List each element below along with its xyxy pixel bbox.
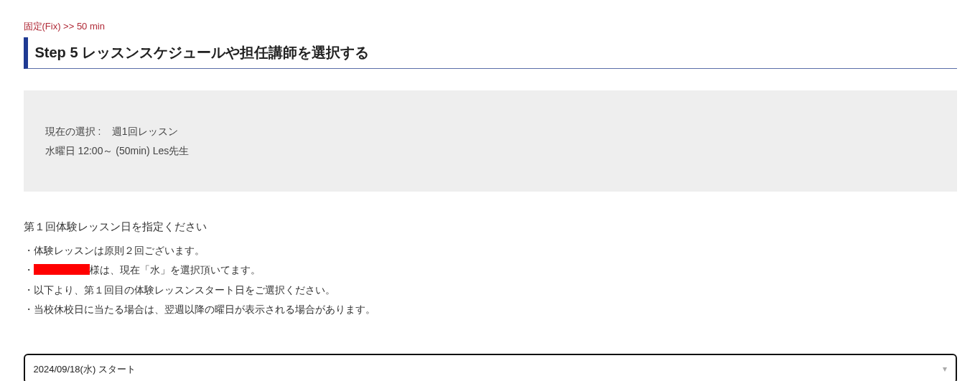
step-title: Step 5 レッスンスケジュールや担任講師を選択する [24,37,957,69]
note-4: 当校休校日に当たる場合は、翌週以降の曜日が表示される場合があります。 [24,300,957,319]
current-selection-slot: 水曜日 12:00～ (50min) Les先生 [45,141,935,161]
current-selection-panel: 現在の選択 : 週1回レッスン 水曜日 12:00～ (50min) Les先生 [24,90,957,192]
note-3: 以下より、第１回目の体験レッスンスタート日をご選択ください。 [24,281,957,300]
start-date-select[interactable]: 2024/09/18(水) スタート [24,354,957,381]
current-selection-frequency: 週1回レッスン [112,126,178,137]
note-2-text: 様は、現在「水」を選択頂いてます。 [90,264,261,276]
start-date-select-wrap[interactable]: 2024/09/18(水) スタート ▾ [24,354,957,381]
instruction-notes: 体験レッスンは原則２回ございます。 様は、現在「水」を選択頂いてます。 以下より… [24,241,957,319]
instruction-title: 第１回体験レッスン日を指定ください [24,220,957,234]
redacted-name [34,264,90,275]
note-2: 様は、現在「水」を選択頂いてます。 [24,260,957,280]
current-selection-label: 現在の選択 : [45,126,101,137]
breadcrumb: 固定(Fix) >> 50 min [24,20,957,33]
note-1: 体験レッスンは原則２回ございます。 [24,241,957,260]
